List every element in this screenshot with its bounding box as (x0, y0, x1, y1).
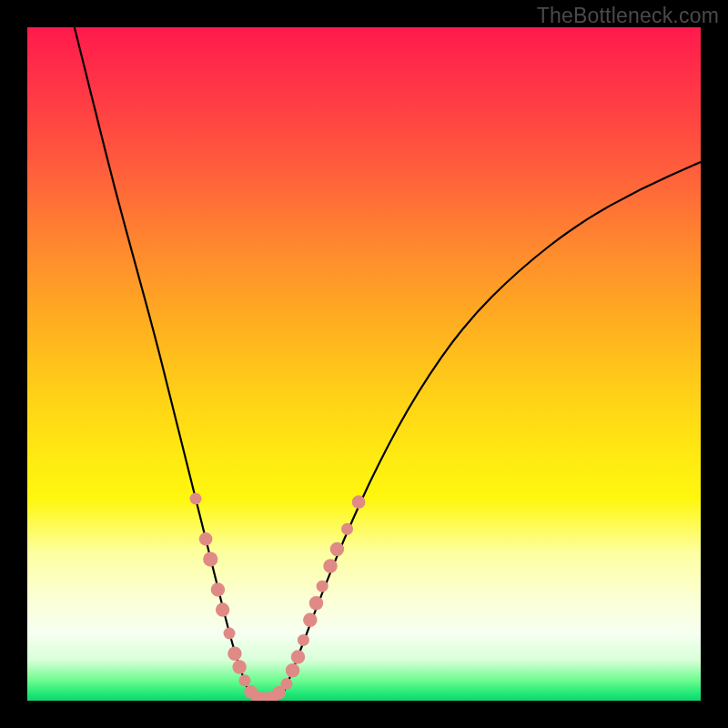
bead-point (280, 678, 292, 690)
bead-point (203, 551, 217, 566)
bead-point (228, 646, 241, 660)
bead-point (223, 627, 235, 639)
bead-point (232, 660, 246, 673)
curve-svg (27, 27, 701, 701)
bead-point (352, 495, 366, 509)
bead-point (341, 523, 353, 535)
chart-frame: TheBottleneck.com (0, 0, 728, 728)
bead-point (216, 602, 229, 616)
bead-point (323, 559, 337, 572)
bottleneck-curve (75, 27, 701, 700)
bead-point (199, 532, 213, 546)
beads-group (189, 492, 365, 701)
bead-point (317, 581, 329, 592)
bead-point (330, 542, 344, 556)
plot-area (27, 27, 701, 701)
bead-point (291, 650, 305, 663)
bead-point (298, 634, 309, 646)
bead-point (309, 596, 323, 610)
watermark-text: TheBottleneck.com (537, 4, 719, 28)
bead-point (239, 674, 251, 686)
bead-point (303, 612, 317, 626)
bead-point (211, 582, 225, 596)
bead-point (189, 492, 201, 504)
bead-point (286, 663, 299, 677)
